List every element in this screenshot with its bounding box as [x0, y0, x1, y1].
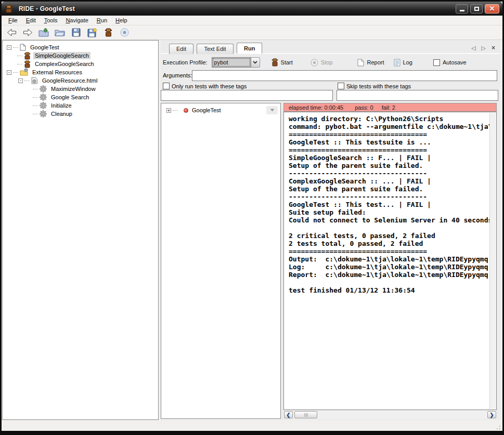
stop-icon	[311, 59, 318, 67]
run-robot-button[interactable]	[102, 27, 114, 38]
close-button[interactable]: ✕	[485, 4, 499, 14]
gear-icon	[40, 85, 47, 93]
save-all-icon	[87, 28, 97, 37]
console-line: ==================================	[289, 130, 496, 138]
tree-item-label[interactable]: Google Search	[49, 94, 91, 101]
menu-help[interactable]: Help	[112, 16, 131, 24]
menu-tools[interactable]: Tools	[41, 16, 61, 24]
titlebar[interactable]: RIDE - GoogleTest ✕	[2, 2, 502, 16]
only-run-tags-checkbox[interactable]	[163, 83, 170, 89]
tree-item-google-search[interactable]: Google Search	[3, 93, 158, 101]
app-robot-icon	[5, 5, 13, 13]
maximize-icon	[474, 7, 479, 11]
menubar: File Edit Tools Navigate Run Help	[2, 16, 502, 25]
console-line	[289, 279, 496, 286]
console-line	[289, 224, 496, 232]
stop-icon	[120, 28, 129, 37]
tab-run[interactable]: Run	[237, 43, 262, 54]
tree-item-label[interactable]: MaximizeWindow	[49, 85, 97, 93]
skip-tags-checkbox[interactable]	[338, 83, 344, 89]
elapsed-time: elapsed time: 0:00:45	[289, 104, 343, 111]
open-suite-icon	[38, 28, 49, 37]
tab-scroll-right-icon[interactable]: ▷	[482, 45, 486, 51]
test-tree-root-label[interactable]: GoogleTest	[192, 107, 221, 113]
start-robot-icon	[272, 58, 278, 67]
execution-profile-value[interactable]: pybot	[212, 57, 251, 68]
stop-button-toolbar[interactable]	[118, 27, 131, 38]
skip-tags-toggle[interactable]: Skip tests with these tags	[338, 83, 411, 89]
menu-edit[interactable]: Edit	[22, 16, 40, 24]
tree-item-complexgooglesearch[interactable]: ComplexGoogleSearch	[3, 60, 158, 68]
skip-tags-input[interactable]	[337, 90, 498, 101]
resource-file-icon	[31, 77, 38, 84]
tree-item-label[interactable]: External Resources	[31, 69, 84, 76]
console-line: SimpleGoogleSearch :: F... | FAIL |	[289, 154, 496, 162]
menu-file[interactable]: File	[5, 16, 21, 24]
console-line: 2 critical tests, 0 passed, 2 failed	[289, 232, 496, 240]
menu-run[interactable]: Run	[93, 16, 111, 24]
tree-item-cleanup[interactable]: Cleanup	[3, 110, 158, 118]
console-output[interactable]: working directory: C:\Python26\Scripts c…	[283, 112, 497, 410]
tab-edit[interactable]: Edit	[169, 44, 193, 54]
tree-item-label[interactable]: Initialize	[49, 102, 73, 109]
log-button[interactable]: Log	[392, 58, 415, 68]
save-all-button[interactable]	[86, 27, 98, 38]
chevron-down-icon[interactable]	[251, 57, 260, 68]
skip-tags-label: Skip tests with these tags	[346, 83, 411, 89]
tree-item-external-resources[interactable]: - External Resources	[3, 68, 158, 76]
go-back-button[interactable]	[5, 27, 18, 38]
minimize-button[interactable]	[456, 4, 468, 14]
console-line: command: pybot.bat --argumentfile c:\dok…	[289, 123, 496, 130]
tree-item-initialize[interactable]: Initialize	[3, 101, 158, 110]
scroll-right-icon[interactable]: ❯	[487, 411, 496, 418]
collapse-icon[interactable]: -	[7, 45, 11, 50]
vertical-scrollbar[interactable]	[489, 113, 496, 409]
autosave-checkbox[interactable]	[433, 59, 440, 66]
tab-scroll-left-icon[interactable]: ◁	[471, 45, 475, 51]
tab-text-edit[interactable]: Text Edit	[197, 44, 233, 54]
start-button[interactable]: Start	[269, 57, 295, 68]
scroll-left-icon[interactable]: ❮	[284, 411, 293, 418]
arguments-input[interactable]	[192, 70, 497, 81]
horizontal-scrollbar[interactable]: ❮ ❯	[283, 411, 497, 419]
tree-item-googletest[interactable]: - GoogleTest	[3, 43, 158, 51]
tree-item-label[interactable]: GoogleResource.html	[41, 77, 99, 84]
scrollbar-thumb[interactable]	[294, 411, 317, 418]
tree-options-dropdown[interactable]	[266, 106, 278, 114]
test-tree-root[interactable]: + GoogleTest	[166, 107, 280, 113]
report-button[interactable]: Report	[355, 58, 386, 68]
save-icon	[72, 28, 81, 37]
collapse-icon[interactable]: -	[7, 70, 11, 75]
expand-icon[interactable]: +	[166, 108, 171, 113]
menu-navigate[interactable]: Navigate	[62, 16, 92, 24]
autosave-toggle[interactable]: Autosave	[431, 58, 469, 67]
tree-item-googleresource[interactable]: - GoogleResource.html	[3, 76, 158, 85]
console-panel: elapsed time: 0:00:45 pass: 0 fail: 2 wo…	[283, 103, 497, 419]
tree-item-simplegooglesearch[interactable]: SimpleGoogleSearch	[3, 51, 158, 60]
tree-item-maximizewindow[interactable]: MaximizeWindow	[3, 85, 158, 93]
tree-item-label[interactable]: GoogleTest	[29, 44, 61, 51]
console-line: ComplexGoogleSearch :: ... | FAIL |	[289, 177, 496, 185]
tab-close-icon[interactable]: ×	[492, 44, 495, 51]
tree-item-label[interactable]: ComplexGoogleSearch	[33, 60, 96, 68]
maximize-button[interactable]	[470, 4, 483, 14]
go-forward-button[interactable]	[21, 27, 34, 38]
console-line: Log: c:\dokume~1\tja\lokale~1\temp\RIDEy…	[289, 263, 496, 271]
tree-item-label[interactable]: Cleanup	[49, 110, 74, 117]
folder-icon	[55, 29, 65, 36]
open-directory-button[interactable]	[54, 27, 66, 38]
execution-profile-select[interactable]: pybot	[212, 57, 260, 68]
file-icon	[20, 44, 26, 51]
tree-item-label[interactable]: SimpleGoogleSearch	[33, 52, 91, 59]
stop-button[interactable]: Stop	[308, 58, 335, 68]
arguments-row: Arguments:	[163, 70, 497, 81]
console-line: Setup of the parent suite failed.	[289, 185, 496, 193]
save-button[interactable]	[70, 27, 82, 38]
collapse-icon[interactable]: -	[18, 78, 23, 83]
only-run-tags-toggle[interactable]: Only run tests with these tags	[163, 83, 247, 89]
gear-icon	[40, 94, 47, 101]
open-suite-button[interactable]	[37, 27, 50, 38]
resize-grip[interactable]	[495, 424, 501, 430]
only-run-tags-input[interactable]	[161, 90, 333, 101]
console-line: ==================================	[289, 146, 496, 154]
